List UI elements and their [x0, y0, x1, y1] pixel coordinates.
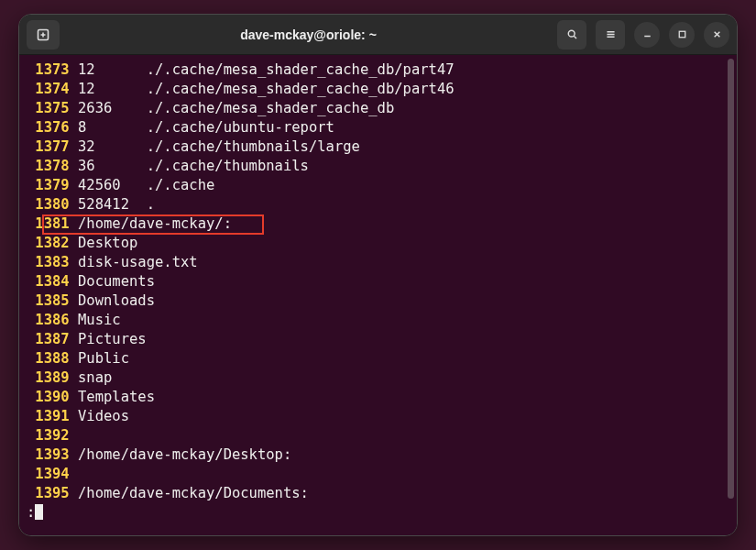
- line-text: Public: [70, 350, 129, 367]
- line-number: 1375: [27, 99, 70, 118]
- terminal-line: 1376 8 ./.cache/ubuntu-report: [27, 118, 729, 138]
- terminal-line: 1382 Desktop: [27, 234, 729, 253]
- terminal-line: 1379 42560 ./.cache: [27, 176, 729, 195]
- scrollbar-thumb[interactable]: [728, 59, 734, 499]
- terminal-line: 1391 Videos: [27, 407, 729, 426]
- line-number: 1390: [27, 388, 70, 407]
- line-number: 1385: [27, 292, 70, 311]
- cursor: [35, 504, 43, 520]
- line-number: 1384: [27, 272, 70, 292]
- terminal-line: 1395 /home/dave-mckay/Documents:: [27, 484, 729, 503]
- line-text: 42560 ./.cache: [70, 177, 215, 193]
- terminal-line: 1381 /home/dave-mckay/:: [27, 214, 729, 234]
- pager-prompt: :: [27, 503, 729, 522]
- window-title: dave-mckay@oriole: ~: [60, 28, 557, 42]
- line-number: 1374: [27, 80, 70, 99]
- terminal-output: 1373 12 ./.cache/mesa_shader_cache_db/pa…: [27, 60, 729, 503]
- line-number: 1395: [27, 484, 70, 503]
- new-tab-button[interactable]: [27, 20, 60, 50]
- line-text: 36 ./.cache/thumbnails: [70, 158, 309, 174]
- line-text: 2636 ./.cache/mesa_shader_cache_db: [70, 100, 395, 116]
- line-number: 1376: [27, 118, 70, 138]
- terminal-line: 1380 528412 .: [27, 195, 729, 214]
- line-text: 12 ./.cache/mesa_shader_cache_db/part46: [70, 81, 455, 97]
- line-number: 1393: [27, 446, 70, 465]
- line-number: 1382: [27, 234, 70, 253]
- terminal-line: 1394: [27, 465, 729, 484]
- line-text: Music: [70, 312, 121, 328]
- line-number: 1387: [27, 330, 70, 349]
- line-text: Pictures: [70, 331, 147, 347]
- search-button[interactable]: [557, 20, 586, 50]
- titlebar: dave-mckay@oriole: ~: [19, 15, 737, 55]
- terminal-line: 1393 /home/dave-mckay/Desktop:: [27, 446, 729, 465]
- svg-point-3: [568, 30, 575, 37]
- line-text: /home/dave-mckay/:: [70, 215, 232, 232]
- line-number: 1379: [27, 176, 70, 195]
- line-text: Downloads: [70, 292, 155, 309]
- line-text: 8 ./.cache/ubuntu-report: [70, 119, 334, 136]
- line-text: Documents: [70, 273, 155, 290]
- close-button[interactable]: [704, 22, 729, 48]
- prompt-char: :: [27, 504, 35, 521]
- terminal-line: 1378 36 ./.cache/thumbnails: [27, 157, 729, 176]
- window-controls: [557, 20, 729, 50]
- terminal-line: 1383 disk-usage.txt: [27, 253, 729, 272]
- line-number: 1391: [27, 407, 70, 426]
- maximize-button[interactable]: [669, 22, 695, 48]
- line-number: 1392: [27, 426, 70, 446]
- svg-line-4: [574, 36, 576, 38]
- terminal-window: dave-mckay@oriole: ~: [18, 14, 738, 536]
- line-text: /home/dave-mckay/Documents:: [70, 485, 309, 501]
- line-text: disk-usage.txt: [70, 254, 198, 270]
- terminal-line: 1375 2636 ./.cache/mesa_shader_cache_db: [27, 99, 729, 118]
- terminal-line: 1373 12 ./.cache/mesa_shader_cache_db/pa…: [27, 60, 729, 80]
- terminal-line: 1387 Pictures: [27, 330, 729, 349]
- line-number: 1394: [27, 465, 70, 484]
- terminal-viewport[interactable]: 1373 12 ./.cache/mesa_shader_cache_db/pa…: [19, 55, 737, 535]
- line-text: Templates: [70, 389, 155, 405]
- svg-rect-9: [679, 31, 685, 38]
- line-number: 1380: [27, 195, 70, 214]
- terminal-line: 1389 snap: [27, 368, 729, 388]
- line-text: Videos: [70, 408, 129, 424]
- terminal-line: 1390 Templates: [27, 388, 729, 407]
- minimize-button[interactable]: [634, 22, 660, 48]
- line-number: 1386: [27, 311, 70, 330]
- line-number: 1383: [27, 253, 70, 272]
- terminal-line: 1388 Public: [27, 349, 729, 368]
- line-text: snap: [70, 369, 113, 386]
- terminal-line: 1374 12 ./.cache/mesa_shader_cache_db/pa…: [27, 80, 729, 99]
- terminal-line: 1385 Downloads: [27, 292, 729, 311]
- line-text: /home/dave-mckay/Desktop:: [70, 446, 292, 463]
- terminal-line: 1377 32 ./.cache/thumbnails/large: [27, 138, 729, 157]
- line-number: 1381: [27, 214, 70, 234]
- line-text: 32 ./.cache/thumbnails/large: [70, 138, 360, 155]
- hamburger-menu-button[interactable]: [596, 20, 625, 50]
- line-text: Desktop: [70, 235, 138, 251]
- terminal-line: 1386 Music: [27, 311, 729, 330]
- line-number: 1373: [27, 60, 70, 80]
- line-number: 1378: [27, 157, 70, 176]
- terminal-line: 1384 Documents: [27, 272, 729, 292]
- line-number: 1389: [27, 368, 70, 388]
- line-number: 1377: [27, 138, 70, 157]
- line-number: 1388: [27, 349, 70, 368]
- terminal-line: 1392: [27, 426, 729, 446]
- line-text: 12 ./.cache/mesa_shader_cache_db/part47: [70, 61, 455, 78]
- line-text: 528412 .: [70, 196, 155, 213]
